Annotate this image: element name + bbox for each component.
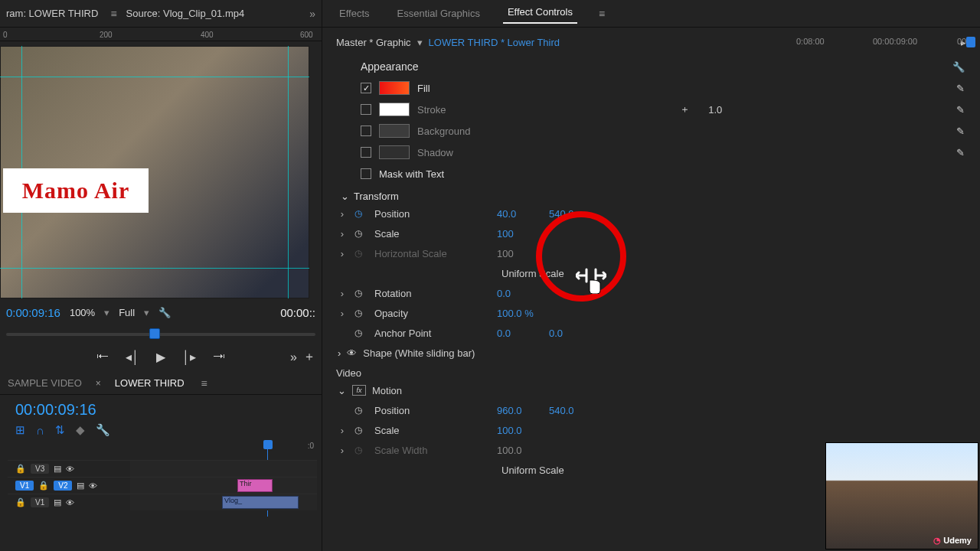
track-v3[interactable]: 🔒 V3 ▤ 👁: [8, 460, 317, 477]
track-src-v1[interactable]: V1: [15, 481, 34, 491]
tab-sample-video[interactable]: SAMPLE VIDEO: [8, 377, 82, 389]
linked-selection-icon[interactable]: ⇅: [55, 423, 65, 437]
stroke-width-value[interactable]: 1.0: [708, 104, 722, 116]
disclosure-icon[interactable]: ›: [338, 208, 347, 220]
eye-icon[interactable]: 👁: [66, 498, 74, 507]
add-marker-button[interactable]: ＋: [303, 349, 315, 365]
step-back-button[interactable]: ◂│: [126, 350, 139, 364]
mini-playhead[interactable]: [966, 37, 975, 47]
fill-checkbox[interactable]: [361, 83, 371, 93]
lock-icon[interactable]: 🔒: [15, 464, 26, 474]
timeline-settings-icon[interactable]: 🔧: [96, 423, 110, 437]
current-timecode[interactable]: 0:00:09:16: [6, 306, 60, 319]
position-x-value[interactable]: 40.0: [497, 208, 541, 220]
shadow-checkbox[interactable]: [361, 147, 371, 158]
snap-icon[interactable]: ∩: [36, 424, 44, 437]
eye-icon[interactable]: 👁: [66, 465, 74, 474]
effect-controls-timeline[interactable]: 0:08:00 00:00:09:00 00:: [796, 35, 980, 52]
program-menu-icon[interactable]: ≡: [107, 8, 116, 20]
stopwatch-icon[interactable]: ◷: [354, 425, 367, 435]
stroke-color-swatch[interactable]: [379, 103, 410, 116]
seek-playhead[interactable]: [149, 328, 160, 339]
background-eyedropper-icon[interactable]: ✎: [956, 126, 965, 137]
track-label-v2[interactable]: V2: [54, 481, 72, 491]
disclosure-icon[interactable]: ›: [338, 425, 347, 436]
opacity-value[interactable]: 100.0 %: [497, 308, 534, 319]
nest-icon[interactable]: ⊞: [15, 423, 25, 437]
disclosure-icon[interactable]: ⌄: [341, 191, 349, 202]
eye-icon[interactable]: 👁: [347, 347, 357, 359]
m-position-y[interactable]: 540.0: [549, 405, 574, 416]
anchor-x-value[interactable]: 0.0: [497, 328, 541, 339]
fill-eyedropper-icon[interactable]: ✎: [956, 83, 965, 94]
preview-seek-bar[interactable]: [6, 325, 315, 342]
tab-essential-graphics[interactable]: Essential Graphics: [393, 5, 485, 22]
settings-wrench-icon[interactable]: 🔧: [158, 307, 171, 318]
program-preview[interactable]: Mamo Air: [0, 46, 309, 298]
stroke-eyedropper-icon[interactable]: ✎: [956, 104, 965, 116]
background-color-swatch[interactable]: [379, 124, 410, 138]
m-position-x[interactable]: 960.0: [497, 405, 541, 416]
background-checkbox[interactable]: [361, 126, 371, 136]
m-scale-value[interactable]: 100.0: [497, 425, 541, 436]
lower-third-graphic[interactable]: Mamo Air: [3, 168, 149, 213]
position-y-value[interactable]: 540.0: [549, 208, 574, 220]
stroke-checkbox[interactable]: [361, 104, 371, 115]
play-button[interactable]: ▶: [156, 350, 165, 364]
anchor-y-value[interactable]: 0.0: [549, 328, 563, 339]
step-fwd-button[interactable]: │▸: [182, 350, 196, 364]
timeline-ruler[interactable]: :0: [130, 442, 317, 457]
tab-effects[interactable]: Effects: [335, 5, 374, 22]
lock-icon[interactable]: 🔒: [15, 497, 26, 507]
shadow-eyedropper-icon[interactable]: ✎: [956, 147, 965, 158]
transport-overflow-icon[interactable]: »: [290, 350, 297, 364]
scale-value[interactable]: 100: [497, 228, 541, 240]
mute-icon[interactable]: ▤: [54, 464, 61, 474]
fx-badge-icon[interactable]: fx: [352, 385, 366, 396]
clip-vlog[interactable]: Vlog_: [222, 496, 299, 509]
shadow-color-swatch[interactable]: [379, 145, 410, 159]
rotation-value[interactable]: 0.0: [497, 288, 541, 299]
disclosure-icon[interactable]: ›: [338, 347, 341, 359]
timeline-menu-icon[interactable]: ≡: [198, 377, 207, 390]
stopwatch-icon[interactable]: ◷: [354, 328, 367, 338]
mute-icon[interactable]: ▤: [77, 481, 84, 491]
add-stroke-icon[interactable]: ＋: [680, 103, 690, 116]
zoom-dropdown[interactable]: 100%: [70, 307, 95, 318]
track-label-v1[interactable]: V1: [31, 497, 49, 507]
disclosure-icon[interactable]: ›: [338, 228, 347, 240]
stopwatch-icon[interactable]: ◷: [354, 208, 367, 219]
breadcrumb-clip[interactable]: LOWER THIRD * Lower Third: [429, 37, 560, 48]
timeline-timecode[interactable]: 00:00:09:16: [0, 395, 322, 420]
mark-in-button[interactable]: ⭰: [96, 350, 109, 364]
panel-overflow-icon[interactable]: »: [309, 8, 315, 20]
timeline[interactable]: :0 🔒 V3 ▤ 👁 V1 🔒 V2 ▤: [8, 442, 317, 518]
timeline-playhead[interactable]: [263, 440, 273, 449]
shape-layer-row[interactable]: › 👁 Shape (White sliding bar) ↺: [338, 343, 965, 363]
chevron-down-icon[interactable]: ▾: [417, 37, 423, 48]
disclosure-icon[interactable]: ›: [338, 308, 347, 319]
mute-icon[interactable]: ▤: [54, 497, 61, 507]
track-v1[interactable]: 🔒 V1 ▤ 👁 Vlog_: [8, 494, 317, 510]
tab-effect-controls[interactable]: Effect Controls: [503, 3, 577, 24]
effect-controls-menu-icon[interactable]: ≡: [596, 8, 605, 20]
eye-icon[interactable]: 👁: [89, 481, 97, 491]
preview-ruler[interactable]: 0 200 400 600: [0, 28, 322, 41]
track-v2[interactable]: V1 🔒 V2 ▤ 👁 Thir: [8, 477, 317, 494]
marker-icon[interactable]: ◆: [76, 423, 85, 437]
clip-lower-third[interactable]: Thir: [237, 479, 273, 492]
mask-checkbox[interactable]: [361, 168, 371, 179]
tab-lower-third[interactable]: LOWER THIRD: [115, 377, 185, 389]
appearance-settings-icon[interactable]: 🔧: [952, 61, 965, 73]
motion-row[interactable]: ⌄ fx Motion: [338, 380, 965, 400]
resolution-dropdown[interactable]: Full: [119, 307, 135, 318]
stopwatch-icon[interactable]: ◷: [354, 228, 367, 239]
stopwatch-icon[interactable]: ◷: [354, 405, 367, 416]
stopwatch-icon[interactable]: ◷: [354, 288, 367, 298]
stopwatch-icon[interactable]: ◷: [354, 308, 367, 318]
lock-icon[interactable]: 🔒: [38, 481, 49, 491]
transform-section[interactable]: ⌄ Transform: [341, 184, 965, 204]
breadcrumb-master[interactable]: Master * Graphic: [336, 37, 411, 48]
mark-out-button[interactable]: ⭲: [213, 350, 225, 364]
fill-color-swatch[interactable]: [379, 81, 410, 95]
